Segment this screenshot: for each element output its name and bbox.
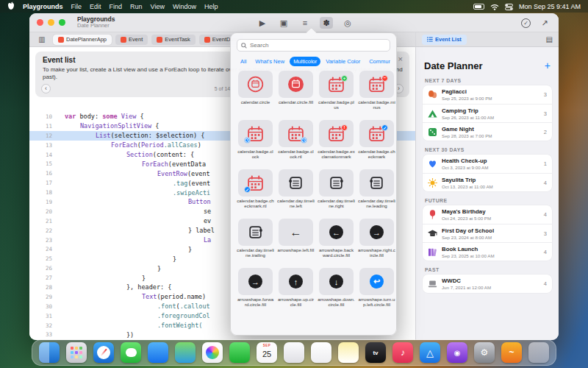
event-row-book-launch[interactable]: Book LaunchSep 23, 2025 at 10:00 AM 4: [423, 242, 552, 261]
dock-launchpad-icon[interactable]: [66, 342, 87, 363]
live-preview-button[interactable]: ▣: [277, 17, 290, 29]
dock-mail-icon[interactable]: [148, 342, 168, 363]
symbol-calendar.day.timeline.right[interactable]: calendar.day.timeline.right: [318, 169, 355, 214]
menu-window[interactable]: Window: [173, 3, 196, 10]
control-center-icon[interactable]: [505, 0, 513, 13]
menu-help[interactable]: Help: [204, 3, 218, 10]
symbols-category-variable-color[interactable]: Variable Color: [322, 57, 364, 66]
minimize-window-button[interactable]: [48, 19, 54, 26]
calendar.badge.exclamationmark-icon[interactable]: !: [319, 120, 354, 147]
event-row-maya-s-birthday[interactable]: Maya's BirthdayOct 24, 2023 at 5:00 PM 4: [423, 205, 552, 224]
arrowshape.left.fill-icon[interactable]: ←: [279, 219, 313, 246]
event-row-first-day-of-school[interactable]: First Day of SchoolSep 23, 2024 at 8:00 …: [423, 224, 552, 242]
dock-music-icon[interactable]: ♪: [392, 342, 413, 363]
dock-contacts-icon[interactable]: [284, 342, 304, 363]
apple-menu-icon[interactable]: [7, 0, 15, 13]
calendar.circle.fill-icon[interactable]: [279, 71, 313, 98]
wifi-icon[interactable]: [490, 0, 499, 13]
dock-finder-icon[interactable]: [39, 342, 60, 363]
dock-messages-icon[interactable]: [121, 342, 141, 363]
dock-playgrounds-icon[interactable]: ~: [501, 342, 522, 363]
tab-Event[interactable]: Event: [115, 35, 148, 45]
battery-icon[interactable]: [473, 4, 484, 10]
dock-settings-icon[interactable]: ⚙: [474, 342, 495, 363]
calendar.badge.clock-icon[interactable]: [238, 120, 273, 147]
symbols-category-communication[interactable]: Communication: [365, 57, 390, 66]
symbol-calendar.day.timeline.left[interactable]: calendar.day.timeline.left: [277, 169, 315, 214]
layout-icon[interactable]: ▤: [546, 35, 553, 43]
dock-appstore-icon[interactable]: △: [420, 342, 440, 363]
add-event-button[interactable]: +: [545, 60, 551, 71]
symbol-calendar.circle.fill[interactable]: calendar.circle.fill: [277, 71, 315, 116]
symbol-calendar.badge.minus[interactable]: −calendar.badge.minus: [358, 71, 395, 116]
device-settings-button[interactable]: ◎: [341, 17, 354, 29]
menu-app-name[interactable]: Playgrounds: [23, 3, 63, 10]
symbol-calendar.day.timeline.leading[interactable]: calendar.day.timeline.leading: [358, 169, 395, 214]
zoom-window-button[interactable]: [59, 19, 65, 26]
calendar.day.timeline.leading-icon[interactable]: [359, 169, 394, 197]
calendar.circle-icon[interactable]: [238, 71, 273, 98]
dock-calendar-icon[interactable]: SEP25: [257, 342, 277, 363]
run-button[interactable]: ▶: [256, 17, 269, 29]
dock-facetime-icon[interactable]: [229, 342, 250, 363]
calendar.day.timeline.trailing-icon[interactable]: [238, 219, 273, 246]
calendar.day.timeline.left-icon[interactable]: [279, 169, 313, 197]
event-row-health-check-up[interactable]: Health Check-upOct 3, 2023 at 9:00 AM 1: [423, 155, 552, 173]
dock-tv-icon[interactable]: tv: [365, 342, 386, 363]
menu-clock[interactable]: Mon Sep 25 9:41 AM: [519, 3, 581, 10]
menu-file[interactable]: File: [71, 3, 82, 10]
arrowshape.forward.circle.fill-icon[interactable]: →: [238, 268, 273, 295]
calendar.badge.minus-icon[interactable]: −: [359, 71, 394, 98]
calendar.day.timeline.right-icon[interactable]: [319, 169, 354, 197]
dock-podcasts-icon[interactable]: ◉: [447, 342, 467, 363]
arrowshape.up.circle.fill-icon[interactable]: ↑: [279, 268, 313, 295]
symbol-arrowshape.forward.circle.fill[interactable]: →arrowshape.forward.circle.fill: [237, 268, 274, 313]
calendar.badge.plus-icon[interactable]: +: [319, 71, 354, 98]
menu-view[interactable]: View: [151, 3, 165, 10]
title-bar[interactable]: Playgrounds Date Planner ▶▣≡✽◎ ✓↗: [29, 13, 559, 32]
symbol-calendar.badge.clock.rtl[interactable]: calendar.badge.clock.rtl: [277, 120, 315, 165]
symbols-category-multicolor[interactable]: Multicolor: [290, 57, 320, 66]
menu-edit[interactable]: Edit: [90, 3, 101, 10]
menu-find[interactable]: Find: [110, 3, 123, 10]
status-done-button[interactable]: ✓: [521, 18, 531, 28]
arrowshape.right.circle.fill-icon[interactable]: →: [359, 219, 394, 246]
symbol-calendar.circle[interactable]: calendar.circle: [237, 71, 274, 116]
menu-run[interactable]: Run: [130, 3, 143, 10]
dock-photos-icon[interactable]: [202, 342, 223, 363]
calendar.badge.checkmark.rtl-icon[interactable]: ✓: [238, 169, 273, 197]
dock-maps-icon[interactable]: [175, 342, 196, 363]
tab-DatePlannerApp[interactable]: DatePlannerApp: [53, 35, 112, 45]
dock-safari-icon[interactable]: [93, 342, 114, 363]
arrowshape.turn.up.left.circle.fill-icon[interactable]: ↩: [359, 268, 394, 295]
event-row-pagliacci[interactable]: PagliacciSep 25, 2023 at 9:00 PM 3: [423, 85, 552, 104]
symbol-arrowshape.right.circle.fill[interactable]: →arrowshape.right.circle.fill: [358, 219, 395, 263]
calendar.badge.checkmark-icon[interactable]: ✓: [359, 120, 394, 147]
dock-trash-icon[interactable]: [528, 342, 549, 363]
symbol-arrowshape.up.circle.fill[interactable]: ↑arrowshape.up.circle.fill: [277, 268, 315, 313]
symbol-arrowshape.left.fill[interactable]: ←arrowshape.left.fill: [277, 219, 315, 263]
symbols-category-all[interactable]: All: [237, 57, 250, 66]
close-window-button[interactable]: [37, 19, 43, 26]
arrowshape.backward.circle.fill-icon[interactable]: ←: [319, 219, 354, 246]
symbols-library-button[interactable]: ✽: [320, 17, 333, 29]
symbols-category-what-s-new[interactable]: What's New: [251, 57, 288, 66]
symbol-calendar.badge.plus[interactable]: +calendar.badge.plus: [318, 71, 355, 116]
enter-fullscreen-button[interactable]: ↗: [538, 17, 551, 29]
symbol-calendar.badge.checkmark.rtl[interactable]: ✓calendar.badge.checkmark.rtl: [237, 169, 274, 214]
event-row-sayulita-trip[interactable]: Sayulita TripOct 13, 2023 at 11:00 AM 4: [423, 173, 552, 191]
sidebar-toggle-button[interactable]: ▥: [35, 34, 49, 46]
symbol-calendar.day.timeline.trailing[interactable]: calendar.day.timeline.trailing: [237, 219, 274, 263]
symbol-arrowshape.backward.circle.fill[interactable]: ←arrowshape.backward.circle.fill: [318, 219, 355, 263]
symbol-calendar.badge.checkmark[interactable]: ✓calendar.badge.checkmark: [358, 120, 395, 165]
symbols-search-input[interactable]: [250, 42, 386, 49]
symbol-calendar.badge.exclamationmark[interactable]: !calendar.badge.exclamationmark: [318, 120, 355, 165]
dock-notes-icon[interactable]: [338, 342, 359, 363]
event-row-game-night[interactable]: Game NightSep 28, 2023 at 7:00 PM 2: [423, 122, 552, 141]
symbol-arrowshape.turn.up.left.circle.fill[interactable]: ↩arrowshape.turn.up.left.circle.fill: [358, 268, 395, 313]
arrowshape.down.circle.fill-icon[interactable]: ↓: [319, 268, 354, 295]
event-row-wwdc[interactable]: WWDCJun 7, 2021 at 12:00 AM 4: [423, 275, 552, 293]
dock-reminders-icon[interactable]: [311, 342, 331, 363]
calendar.badge.clock.rtl-icon[interactable]: [279, 120, 313, 147]
close-icon[interactable]: ×: [398, 54, 403, 63]
